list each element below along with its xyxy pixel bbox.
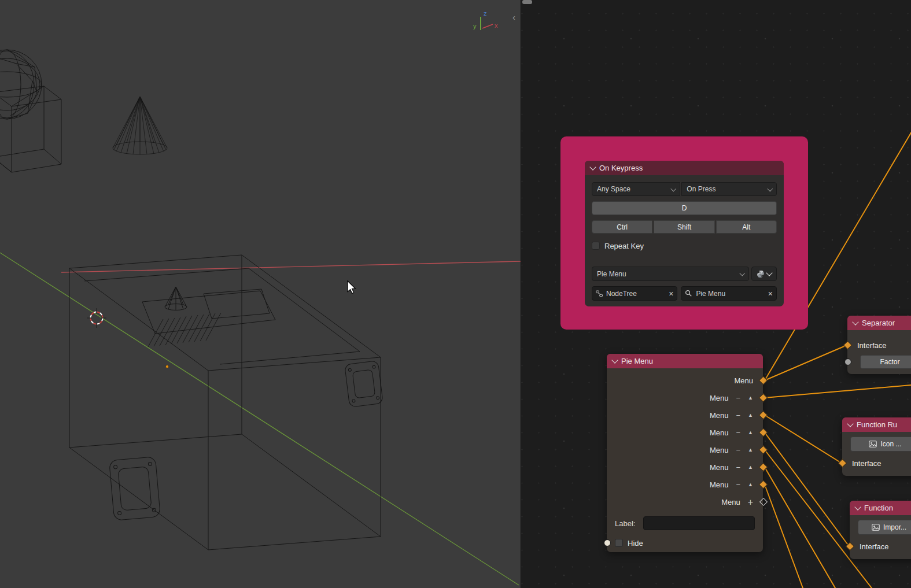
search-icon bbox=[685, 290, 692, 297]
collapse-chevron-icon[interactable] bbox=[611, 357, 618, 363]
icosphere-wireframe bbox=[0, 50, 42, 119]
node-title: On Keypress bbox=[599, 164, 643, 172]
gizmo-z-label: z bbox=[484, 10, 487, 17]
import-button[interactable]: Impor... bbox=[858, 520, 911, 535]
node-header[interactable]: Function Ru bbox=[842, 417, 911, 432]
chevron-down-icon bbox=[739, 271, 744, 276]
label-input[interactable] bbox=[643, 516, 755, 530]
chevron-down-icon bbox=[767, 186, 772, 191]
latch-right bbox=[345, 361, 383, 408]
event-type-dropdown[interactable]: On Press bbox=[681, 182, 777, 196]
node-editor-canvas[interactable]: On Keypress Any Space On Press bbox=[521, 0, 911, 588]
nodetree-field[interactable]: NodeTree × bbox=[592, 286, 677, 301]
key-button[interactable]: D bbox=[592, 201, 777, 215]
factor-field[interactable]: Factor bbox=[860, 355, 911, 369]
menu-type-dropdown[interactable]: Pie Menu bbox=[592, 267, 749, 281]
move-up-button[interactable]: ▲ bbox=[748, 482, 753, 487]
node-separator[interactable]: Separator Interface Factor bbox=[847, 316, 911, 374]
node-on-keypress[interactable]: On Keypress Any Space On Press bbox=[585, 161, 784, 306]
collapse-chevron-icon[interactable] bbox=[854, 504, 861, 510]
wire-menu1-separator bbox=[765, 345, 847, 380]
hide-socket[interactable] bbox=[604, 539, 611, 546]
case-wireframe bbox=[69, 255, 383, 550]
x-axis-line bbox=[61, 261, 521, 272]
latch-front bbox=[109, 457, 161, 521]
alt-button[interactable]: Alt bbox=[716, 220, 777, 234]
3d-viewport[interactable]: z y x ‹ bbox=[0, 0, 521, 588]
menu-output-row: Menu − ▲ bbox=[607, 458, 763, 476]
menu-output-row: Menu − ▲ bbox=[607, 406, 763, 424]
hide-label: Hide bbox=[628, 539, 643, 548]
wireframe-scene: z y x bbox=[0, 0, 521, 588]
node-title: Separator bbox=[862, 319, 895, 327]
node-header[interactable]: Separator bbox=[847, 316, 911, 330]
navigation-gizmo[interactable]: z y x bbox=[473, 10, 498, 30]
wire-menu2-offscreen bbox=[765, 385, 911, 398]
clear-search-button[interactable]: × bbox=[768, 290, 773, 298]
cube-wireframe bbox=[0, 86, 61, 172]
menu-output-row: Menu − ▲ bbox=[607, 424, 763, 441]
menu-output-row: Menu bbox=[607, 372, 763, 389]
node-header[interactable]: On Keypress bbox=[585, 161, 784, 175]
remove-menu-button[interactable]: − bbox=[736, 429, 740, 437]
ctrl-button[interactable]: Ctrl bbox=[592, 220, 652, 234]
blender-window: z y x ‹ bbox=[0, 0, 911, 588]
menu-output-row: Menu − ▲ bbox=[607, 441, 763, 458]
object-origin-dot bbox=[165, 365, 168, 368]
image-icon bbox=[869, 441, 877, 448]
python-template-button[interactable] bbox=[751, 267, 777, 281]
search-field[interactable]: Pie Menu × bbox=[681, 286, 777, 301]
nodetree-icon bbox=[596, 290, 603, 297]
hide-checkbox[interactable] bbox=[615, 539, 623, 547]
scrollbar-thumb[interactable] bbox=[522, 0, 532, 4]
move-up-button[interactable]: ▲ bbox=[748, 464, 753, 470]
node-function-run[interactable]: Function Ru Icon ... Interface bbox=[842, 417, 911, 476]
remove-menu-button[interactable]: − bbox=[736, 412, 740, 419]
3d-cursor bbox=[87, 308, 106, 328]
mouse-cursor bbox=[348, 281, 355, 294]
icon-picker-button[interactable]: Icon ... bbox=[850, 437, 911, 452]
menu-output-row: Menu − ▲ bbox=[607, 476, 763, 493]
move-up-button[interactable]: ▲ bbox=[748, 447, 753, 453]
shift-button[interactable]: Shift bbox=[654, 220, 714, 234]
python-icon bbox=[757, 270, 765, 278]
image-icon bbox=[872, 524, 880, 531]
collapse-chevron-icon[interactable] bbox=[847, 420, 853, 427]
remove-menu-button[interactable]: − bbox=[736, 446, 740, 454]
node-title: Function Ru bbox=[857, 420, 897, 429]
label-field-caption: Label: bbox=[615, 519, 635, 528]
collapse-chevron-icon[interactable] bbox=[589, 164, 596, 170]
add-menu-row: Menu + bbox=[607, 493, 763, 511]
move-up-button[interactable]: ▲ bbox=[748, 412, 753, 418]
remove-menu-button[interactable]: − bbox=[736, 481, 740, 489]
chevron-down-icon bbox=[766, 269, 772, 276]
gizmo-y-label: y bbox=[473, 23, 477, 29]
repeat-key-checkbox[interactable] bbox=[592, 242, 600, 250]
node-function[interactable]: Function Impor... Interface bbox=[850, 501, 911, 559]
space-type-dropdown[interactable]: Any Space bbox=[592, 182, 680, 196]
repeat-key-label: Repeat Key bbox=[604, 242, 644, 250]
region-collapse-arrow[interactable]: ‹ bbox=[512, 13, 515, 21]
move-up-button[interactable]: ▲ bbox=[748, 395, 753, 401]
clear-nodetree-button[interactable]: × bbox=[669, 290, 673, 298]
remove-menu-button[interactable]: − bbox=[736, 464, 740, 471]
wire-menu3-functionrun bbox=[765, 415, 842, 463]
move-up-button[interactable]: ▲ bbox=[748, 430, 753, 435]
node-title: Pie Menu bbox=[621, 357, 653, 365]
menu-output-row: Menu − ▲ bbox=[607, 389, 763, 406]
node-pie-menu[interactable]: Pie Menu Menu Menu − ▲ Menu − ▲ bbox=[607, 354, 763, 552]
node-title: Function bbox=[864, 504, 893, 512]
chevron-down-icon bbox=[671, 186, 676, 191]
collapse-chevron-icon[interactable] bbox=[852, 319, 858, 325]
gizmo-x-label: x bbox=[495, 22, 498, 29]
add-menu-button[interactable]: + bbox=[748, 498, 753, 506]
node-selection-outline: On Keypress Any Space On Press bbox=[560, 136, 808, 330]
node-header[interactable]: Pie Menu bbox=[607, 354, 763, 368]
node-header[interactable]: Function bbox=[850, 501, 911, 515]
factor-socket[interactable] bbox=[844, 358, 851, 365]
y-axis-line bbox=[0, 253, 519, 585]
wireframe-objects bbox=[0, 50, 383, 550]
remove-menu-button[interactable]: − bbox=[736, 394, 740, 402]
cone-wireframe bbox=[113, 97, 167, 154]
